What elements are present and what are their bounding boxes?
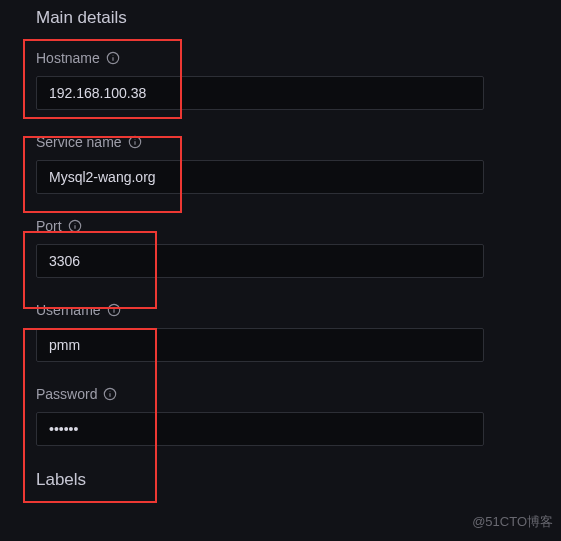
port-input[interactable] [36,244,484,278]
service-name-field-group: Service name [36,134,561,194]
info-icon[interactable] [128,135,142,149]
labels-section-title: Labels [36,470,561,490]
svg-point-2 [112,55,113,56]
info-icon[interactable] [106,51,120,65]
username-input[interactable] [36,328,484,362]
hostname-field-group: Hostname [36,50,561,110]
watermark: @51CTO博客 [472,513,553,531]
port-field-group: Port [36,218,561,278]
username-label-text: Username [36,302,101,318]
main-details-panel: Main details Hostname Service name Port [0,0,561,490]
info-icon[interactable] [103,387,117,401]
password-field-group: Password [36,386,561,446]
info-icon[interactable] [68,219,82,233]
svg-point-14 [110,391,111,392]
hostname-label-text: Hostname [36,50,100,66]
hostname-input[interactable] [36,76,484,110]
info-icon[interactable] [107,303,121,317]
svg-point-5 [134,139,135,140]
password-label-text: Password [36,386,97,402]
section-title: Main details [36,8,561,28]
hostname-label: Hostname [36,50,561,66]
service-name-input[interactable] [36,160,484,194]
service-name-label: Service name [36,134,561,150]
username-field-group: Username [36,302,561,362]
svg-point-11 [113,307,114,308]
username-label: Username [36,302,561,318]
svg-point-8 [74,223,75,224]
port-label-text: Port [36,218,62,234]
password-label: Password [36,386,561,402]
password-input[interactable] [36,412,484,446]
service-name-label-text: Service name [36,134,122,150]
port-label: Port [36,218,561,234]
